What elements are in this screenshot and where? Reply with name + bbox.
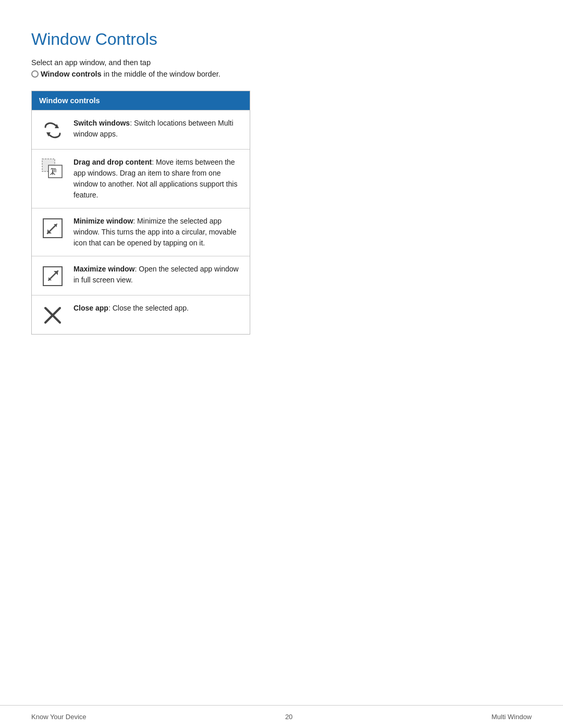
- minimize-window-icon: [41, 217, 64, 240]
- switch-windows-icon-cell: [39, 118, 66, 142]
- close-app-icon: [41, 304, 64, 327]
- page-footer: Know Your Device 20 Multi Window: [0, 705, 563, 728]
- maximize-icon-cell: [39, 264, 66, 288]
- minimize-bold: Minimize window: [74, 217, 133, 225]
- intro-bold: Window controls: [41, 70, 102, 78]
- svg-rect-4: [48, 165, 62, 178]
- maximize-window-icon: [41, 265, 64, 288]
- circle-icon: [31, 70, 39, 78]
- drag-drop-icon-cell: [39, 157, 66, 181]
- window-controls-table: Window controls Switch windows: Switch l…: [31, 91, 250, 335]
- drag-drop-icon: [41, 158, 64, 181]
- footer-page-number: 20: [285, 713, 292, 721]
- page-title: Window Controls: [31, 29, 229, 49]
- close-bold: Close app: [74, 304, 108, 312]
- intro-line3: in the middle of the window border.: [104, 70, 221, 78]
- table-row: Maximize window: Open the selected app w…: [32, 256, 250, 295]
- close-desc: : Close the selected app.: [108, 304, 189, 312]
- switch-windows-bold: Switch windows: [74, 119, 130, 127]
- intro-line1: Select an app window, and then tap: [31, 58, 151, 67]
- footer-right: Multi Window: [492, 713, 532, 721]
- drag-drop-bold: Drag and drop content: [74, 158, 152, 166]
- drag-drop-text: Drag and drop content: Move items betwee…: [74, 157, 242, 201]
- table-row: Minimize window: Minimize the selected a…: [32, 208, 250, 256]
- table-row: Close app: Close the selected app.: [32, 295, 250, 334]
- maximize-bold: Maximize window: [74, 265, 134, 273]
- table-row: Drag and drop content: Move items betwee…: [32, 149, 250, 208]
- close-text: Close app: Close the selected app.: [74, 303, 242, 314]
- table-row: Switch windows: Switch locations between…: [32, 110, 250, 149]
- minimize-text: Minimize window: Minimize the selected a…: [74, 216, 242, 249]
- footer-left: Know Your Device: [31, 713, 87, 721]
- close-icon-cell: [39, 303, 66, 327]
- page-content: Window Controls Select an app window, an…: [0, 0, 261, 366]
- switch-windows-icon: [41, 119, 64, 142]
- table-header: Window controls: [32, 91, 250, 110]
- minimize-icon-cell: [39, 216, 66, 240]
- maximize-text: Maximize window: Open the selected app w…: [74, 264, 242, 286]
- intro-text: Select an app window, and then tap Windo…: [31, 57, 229, 80]
- switch-windows-text: Switch windows: Switch locations between…: [74, 118, 242, 140]
